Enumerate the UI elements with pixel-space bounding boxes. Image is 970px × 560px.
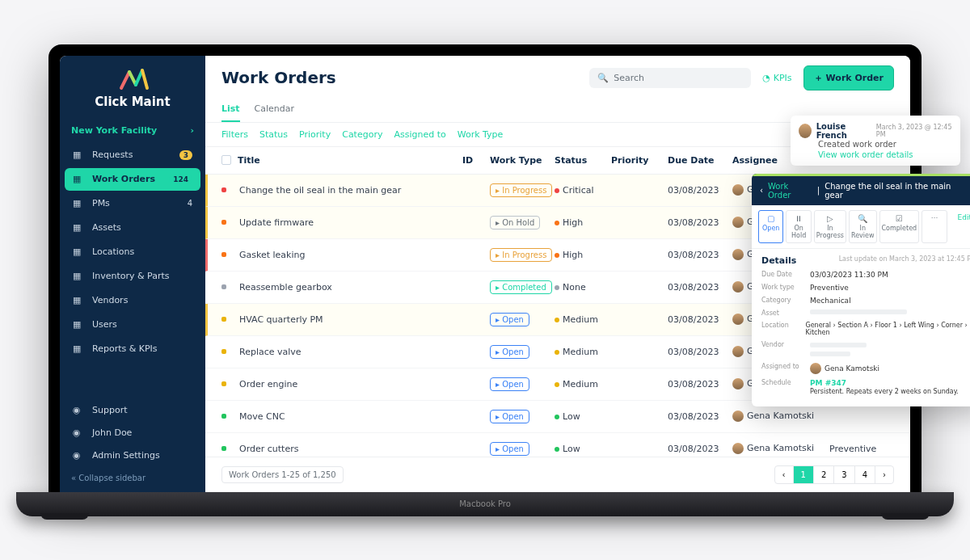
view-details-link[interactable]: View work order details xyxy=(818,150,952,159)
collapse-sidebar[interactable]: « Collapse sidebar xyxy=(71,474,194,482)
search-input[interactable]: 🔍Search xyxy=(589,68,751,88)
device-label: Macbook Pro xyxy=(16,492,954,516)
sidebar-item-users[interactable]: ▦Users xyxy=(65,314,200,336)
nav-icon: ◉ xyxy=(73,427,84,439)
sidebar-item-vendors[interactable]: ▦Vendors xyxy=(65,289,200,312)
facility-selector[interactable]: New York Facility› xyxy=(71,125,194,136)
nav-icon: ▦ xyxy=(73,295,84,306)
gauge-icon: ◔ xyxy=(762,73,770,83)
brand-name: Click Maint xyxy=(95,95,170,109)
sidebar-item-admin-settings[interactable]: ◉Admin Settings xyxy=(65,444,200,467)
status-in-review[interactable]: 🔍In Review xyxy=(849,210,877,243)
logo: Click Maint xyxy=(60,67,205,109)
filter-priority[interactable]: Priority xyxy=(299,129,331,140)
nav-icon: ▦ xyxy=(73,271,84,282)
sidebar-item-work-orders[interactable]: ▦Work Orders124 xyxy=(65,168,200,191)
tab-list[interactable]: List xyxy=(221,99,240,122)
filter-status[interactable]: Status xyxy=(259,129,288,140)
page-title: Work Orders xyxy=(221,68,336,87)
status-in-progress[interactable]: ▷In Progress xyxy=(814,210,846,243)
select-all-checkbox[interactable] xyxy=(221,155,231,165)
sidebar-item-pms[interactable]: ▦PMs4 xyxy=(65,192,200,215)
status-completed[interactable]: ☑Completed xyxy=(879,210,920,243)
sidebar-item-requests[interactable]: ▦Requests3 xyxy=(65,144,200,166)
sidebar-item-reports-kpis[interactable]: ▦Reports & KPIs xyxy=(65,338,200,360)
nav-icon: ▦ xyxy=(73,343,84,355)
nav-icon: ▦ xyxy=(73,198,84,209)
filter-category[interactable]: Category xyxy=(342,129,382,140)
nav-icon: ◉ xyxy=(73,405,84,416)
avatar xyxy=(799,124,812,138)
back-icon[interactable]: ‹ xyxy=(760,186,763,195)
work-order-detail-panel: ‹Work Order|Change the oil seal in the m… xyxy=(752,174,970,406)
pagination: ‹1234› xyxy=(774,465,895,484)
nav-icon: ▦ xyxy=(73,149,84,161)
nav-icon: ▦ xyxy=(73,319,84,331)
sidebar-item-locations[interactable]: ▦Locations xyxy=(65,241,200,263)
search-icon: 🔍 xyxy=(597,73,609,83)
chevron-right-icon: › xyxy=(190,125,194,136)
filter-assigned-to[interactable]: Assigned to xyxy=(394,129,445,140)
page-3[interactable]: 3 xyxy=(834,466,854,483)
add-work-order-button[interactable]: ＋Work Order xyxy=(803,65,894,91)
nav-icon: ▦ xyxy=(73,174,84,185)
sidebar-item-john-doe[interactable]: ◉John Doe xyxy=(65,422,200,444)
page-info: Work Orders 1-25 of 1,250 xyxy=(221,466,344,483)
sidebar-item-assets[interactable]: ▦Assets xyxy=(65,217,200,239)
edit-button[interactable]: Edit xyxy=(950,210,970,243)
status-on-hold[interactable]: ⏸On Hold xyxy=(786,210,811,243)
nav-icon: ▦ xyxy=(73,222,84,234)
page-4[interactable]: 4 xyxy=(855,466,875,483)
page-›[interactable]: › xyxy=(875,466,893,483)
more-button[interactable]: ⋯ xyxy=(922,210,947,243)
sidebar: Click Maint New York Facility› ▦Requests… xyxy=(60,56,205,492)
plus-icon: ＋ xyxy=(814,72,823,84)
nav: ▦Requests3▦Work Orders124▦PMs4▦Assets▦Lo… xyxy=(60,144,205,399)
table-row[interactable]: Order cutters▸ OpenLow03/08/2023Gena Kam… xyxy=(205,433,910,457)
page-2[interactable]: 2 xyxy=(814,466,834,483)
page-1[interactable]: 1 xyxy=(794,466,814,483)
nav-icon: ◉ xyxy=(73,450,84,461)
nav-icon: ▦ xyxy=(73,246,84,258)
filter-work-type[interactable]: Work Type xyxy=(458,129,504,140)
filter-filters[interactable]: Filters xyxy=(221,129,248,140)
sidebar-item-inventory-parts[interactable]: ▦Inventory & Parts xyxy=(65,265,200,288)
kpis-link[interactable]: ◔KPIs xyxy=(762,73,791,83)
status-open[interactable]: ▢Open xyxy=(758,210,783,243)
notification-popover: Louise FrenchMarch 3, 2023 @ 12:45 PM Cr… xyxy=(791,116,960,166)
page-‹[interactable]: ‹ xyxy=(775,466,794,483)
tab-calendar[interactable]: Calendar xyxy=(255,99,294,122)
sidebar-item-support[interactable]: ◉Support xyxy=(65,399,200,422)
